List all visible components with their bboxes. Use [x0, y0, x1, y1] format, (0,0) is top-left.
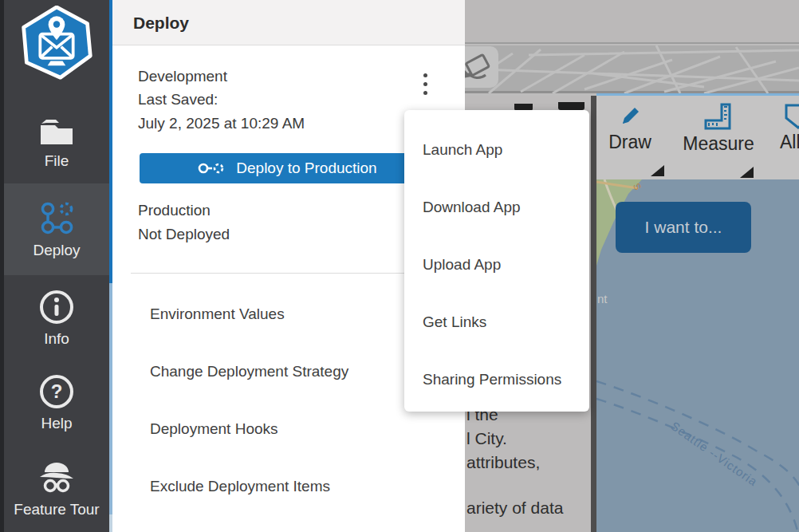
submenu-corner-icon: [651, 165, 664, 176]
all-maps-button[interactable]: All M: [780, 102, 799, 153]
sidebar-item-label: Deploy: [33, 242, 80, 259]
info-icon: [38, 289, 75, 325]
panel-header: Deploy: [112, 0, 465, 45]
clipped-text-fragment: l City.: [466, 429, 507, 448]
production-status: Not Deployed: [138, 226, 230, 243]
sharing-permissions-menu-item[interactable]: Sharing Permissions: [404, 351, 589, 408]
street-lines: [465, 45, 799, 93]
get-links-menu-item[interactable]: Get Links: [404, 294, 589, 351]
app-logo-icon: [19, 6, 94, 81]
sidebar-item-help[interactable]: ? Help: [4, 361, 109, 445]
preview-top-band: [465, 0, 799, 44]
clipped-text-fragment: ariety of data: [466, 499, 563, 518]
last-saved-value: July 2, 2025 at 10:29 AM: [138, 115, 305, 132]
folder-icon: [38, 117, 75, 148]
draw-label: Draw: [603, 132, 657, 153]
kebab-dot: [423, 73, 427, 77]
production-label: Production: [138, 202, 211, 219]
clipped-toolbar-icon: [558, 102, 584, 110]
environment-menu-button[interactable]: [415, 67, 435, 100]
i-want-to-button[interactable]: I want to...: [616, 202, 751, 253]
launch-app-menu-item[interactable]: Launch App: [404, 121, 589, 179]
deploy-to-production-button[interactable]: Deploy to Production: [140, 153, 435, 183]
app-window: l the l City. attributes, ariety of data…: [0, 0, 799, 532]
sidebar-item-deploy[interactable]: Deploy: [4, 183, 109, 275]
map-panel: Draw Measure All M: [596, 93, 799, 532]
sidebar-item-info[interactable]: Info: [4, 275, 109, 361]
environment-dropdown-menu: Launch App Download App Upload App Get L…: [404, 110, 589, 412]
sidebar-item-label: Info: [44, 330, 69, 348]
map-toolbar: Draw Measure All M: [596, 96, 799, 179]
all-maps-label: All M: [780, 132, 799, 153]
sidebar-item-label: Help: [41, 415, 72, 432]
deploy-icon: [198, 161, 225, 175]
svg-text:?: ?: [51, 380, 63, 402]
measure-button[interactable]: Measure: [670, 102, 767, 155]
map-panel-left-border: [591, 96, 596, 532]
sidebar-item-file[interactable]: File: [4, 104, 109, 183]
sidebar-item-label: Feature Tour: [14, 501, 99, 518]
deploy-graph-icon: [38, 200, 75, 237]
panel-accent-border: [109, 0, 112, 532]
kebab-dot: [423, 91, 427, 95]
development-label: Development: [138, 68, 227, 85]
clipped-text-fragment: attributes,: [466, 453, 540, 472]
measure-label: Measure: [670, 133, 767, 155]
exclude-deployment-items-link[interactable]: Exclude Deployment Items: [150, 477, 413, 496]
app-logo: [4, 3, 109, 83]
upload-app-menu-item[interactable]: Upload App: [404, 236, 589, 294]
feature-tour-icon: [37, 459, 77, 496]
deployment-hooks-link[interactable]: Deployment Hooks: [150, 420, 413, 439]
environment-values-link[interactable]: Environment Values: [150, 305, 413, 324]
pencil-icon: [616, 102, 644, 129]
sidebar-item-label: File: [45, 152, 69, 170]
download-app-menu-item[interactable]: Download App: [404, 179, 589, 236]
basemap-street-band: [465, 45, 799, 93]
help-icon: ?: [38, 373, 75, 410]
change-deployment-strategy-link[interactable]: Change Deployment Strategy: [150, 362, 413, 381]
map-place-label-fragment: nt: [597, 292, 608, 305]
rotate-tool-icon[interactable]: [465, 46, 498, 88]
ruler-icon: [704, 102, 733, 131]
sidebar-item-feature-tour[interactable]: Feature Tour: [4, 445, 109, 532]
panel-divider: [131, 273, 449, 274]
sidebar: File Deploy Info: [0, 0, 109, 532]
last-saved-label: Last Saved:: [138, 91, 218, 108]
deploy-button-label: Deploy to Production: [236, 160, 376, 177]
shield-icon: [780, 102, 799, 129]
map-canvas: S I want to... nt Seattle --Victoria: [596, 179, 799, 532]
panel-title: Deploy: [133, 14, 189, 33]
draw-button[interactable]: Draw: [603, 102, 657, 153]
submenu-corner-icon: [740, 167, 754, 178]
kebab-dot: [423, 82, 427, 86]
